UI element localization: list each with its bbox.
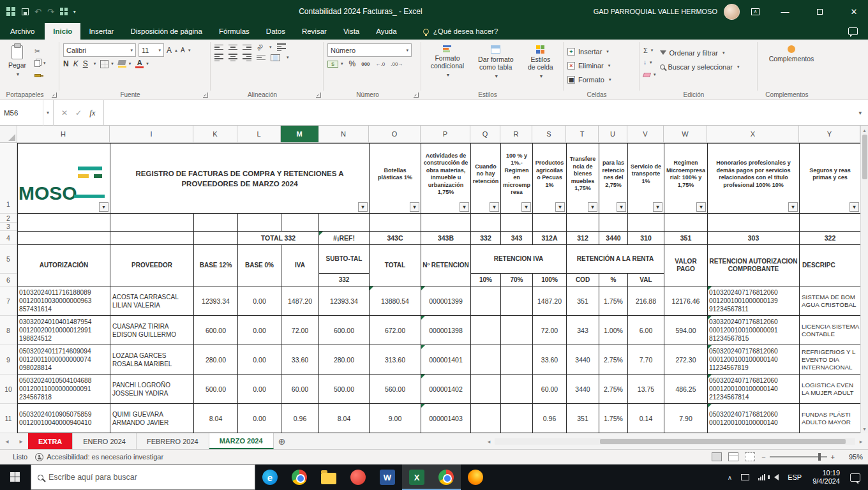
bold-button[interactable]: N xyxy=(63,59,69,68)
horizontal-scroll-track[interactable] xyxy=(495,438,855,445)
cell-S8[interactable]: 72.00 xyxy=(533,316,567,345)
cell-W11[interactable]: 7.90 xyxy=(664,404,708,433)
taskbar-red-app[interactable] xyxy=(343,464,373,490)
normal-view-icon[interactable] xyxy=(712,452,722,461)
taskbar-word[interactable]: W xyxy=(373,464,402,490)
cell-cat-W[interactable]: Regimen Microempresarial: 100% y 1,75%▾ xyxy=(664,144,708,213)
cell-K7[interactable]: 12393.34 xyxy=(194,286,238,315)
cell-K8[interactable]: 600.00 xyxy=(194,316,238,345)
cell-cat-T[interactable]: Transferencia de bienes muebles 1,75%▾ xyxy=(567,144,599,213)
cell-K10[interactable]: 500.00 xyxy=(194,375,238,403)
cell-Q10[interactable] xyxy=(471,375,501,403)
cell-H1[interactable]: MOSO▾ xyxy=(18,144,110,213)
taskbar-search-input[interactable] xyxy=(49,473,248,482)
cell-X10[interactable]: 0503202407176812060000120010010000014021… xyxy=(708,375,800,403)
cell-R2[interactable] xyxy=(501,214,533,223)
cell-L2[interactable] xyxy=(238,214,281,223)
cell-X2[interactable] xyxy=(708,214,800,223)
cell-U2[interactable] xyxy=(599,214,628,223)
column-header-Y[interactable]: Y xyxy=(799,126,860,142)
cell-Q11[interactable] xyxy=(471,404,501,433)
cell-W7[interactable]: 12176.46 xyxy=(664,286,708,315)
cell-styles-button[interactable]: Estilos de celda ▼ xyxy=(522,42,559,89)
cell-Y3[interactable] xyxy=(800,223,861,231)
copy-button[interactable]: ▾ xyxy=(34,58,46,68)
cell-T8[interactable]: 343 xyxy=(567,316,599,345)
autofilter-button[interactable]: ▾ xyxy=(358,202,368,212)
cell-N2[interactable] xyxy=(319,214,370,223)
column-header-P[interactable]: P xyxy=(421,126,470,142)
autofilter-button[interactable]: ▾ xyxy=(555,202,565,212)
header-total[interactable]: TOTAL xyxy=(370,245,421,286)
autofilter-button[interactable]: ▾ xyxy=(788,202,798,212)
number-format-combo[interactable]: Número▾ xyxy=(327,43,412,57)
cell-S11[interactable]: 0.96 xyxy=(533,404,567,433)
scroll-down-icon[interactable]: ▼ xyxy=(861,424,868,433)
row-header-11[interactable]: 11 xyxy=(0,404,17,433)
header-base0[interactable]: BASE 0% xyxy=(238,245,281,286)
cell-M2[interactable] xyxy=(281,214,319,223)
zoom-slider[interactable] xyxy=(770,456,827,457)
cell-S2[interactable] xyxy=(533,214,567,223)
autofilter-button[interactable]: ▾ xyxy=(410,202,419,212)
cell-O9[interactable]: 313.60 xyxy=(370,345,421,374)
sort-filter-button[interactable]: Ordenar y filtrar▾ xyxy=(660,47,740,59)
sheet-nav-right-icon[interactable]: ▸ xyxy=(14,433,28,449)
cell-P3[interactable] xyxy=(421,223,471,231)
taskbar-chrome-2[interactable] xyxy=(431,464,461,490)
row-header-1[interactable]: 1 xyxy=(0,143,17,214)
zoom-out-icon[interactable]: − xyxy=(761,453,765,461)
column-header-M[interactable]: M xyxy=(281,126,318,142)
cell-P2[interactable] xyxy=(421,214,471,223)
column-header-H[interactable]: H xyxy=(17,126,110,142)
autofilter-button[interactable]: ▾ xyxy=(490,202,499,212)
cell-R7[interactable] xyxy=(501,286,533,315)
align-right-icon[interactable] xyxy=(243,54,251,61)
column-header-L[interactable]: L xyxy=(237,126,281,142)
align-bottom-icon[interactable] xyxy=(243,45,251,50)
sheet-tab-extra[interactable]: EXTRA xyxy=(28,433,73,449)
excel-app-icon[interactable] xyxy=(6,7,16,17)
scroll-right-icon[interactable]: ▸ xyxy=(857,438,865,445)
header-base12[interactable]: BASE 12% xyxy=(194,245,238,286)
decrease-decimal-button[interactable]: .00→ xyxy=(391,61,403,67)
formula-input[interactable] xyxy=(104,100,853,125)
header-descripcion[interactable]: DESCRIPC xyxy=(800,245,861,286)
account-name[interactable]: GAD PARROQUIAL VALLE HERMOSO xyxy=(594,8,717,15)
align-center-icon[interactable] xyxy=(228,54,237,61)
cell-T11[interactable]: 351 xyxy=(567,404,599,433)
cell-code-W[interactable]: 351 xyxy=(664,232,708,244)
taskbar-file-explorer[interactable] xyxy=(314,464,343,490)
header-iva-100%[interactable]: 100% xyxy=(533,274,567,286)
row-header-9[interactable]: 9 xyxy=(0,345,17,375)
header-valor-pago[interactable]: VALOR PAGO xyxy=(664,245,708,286)
cell-Y10[interactable]: LOGISTICA EVENLA MUJER ADULT xyxy=(800,375,861,403)
autofilter-button[interactable]: ▾ xyxy=(521,202,531,212)
merge-center-icon[interactable] xyxy=(271,54,280,61)
cell-V8[interactable]: 6.00 xyxy=(628,316,664,345)
font-name-combo[interactable]: Calibri▾ xyxy=(63,43,136,57)
sheet-tab-enero-2024[interactable]: ENERO 2024 xyxy=(73,433,137,449)
cell-N9[interactable]: 280.00 xyxy=(319,345,370,374)
column-header-K[interactable]: K xyxy=(193,126,237,142)
decrease-indent-icon[interactable] xyxy=(257,55,266,61)
cell-H9[interactable]: 0503202401171460909400120011000000000074… xyxy=(18,345,110,374)
cell-L3[interactable] xyxy=(238,223,281,231)
row-header-8[interactable]: 8 xyxy=(0,316,17,345)
cell-O8[interactable]: 672.00 xyxy=(370,316,421,345)
cell-L8[interactable]: 0.00 xyxy=(238,316,281,345)
tab-disposicion[interactable]: Disposición de página xyxy=(122,23,211,40)
autofilter-button[interactable]: ▾ xyxy=(653,202,662,212)
delete-cells-button[interactable]: ×Eliminar▾ xyxy=(567,59,611,72)
cell-cat-O[interactable]: Botellas plásticas 1%▾ xyxy=(370,144,421,213)
cell-R10[interactable] xyxy=(501,375,533,403)
cell-M7[interactable]: 1487.20 xyxy=(281,286,319,315)
cell-S3[interactable] xyxy=(533,223,567,231)
column-header-O[interactable]: O xyxy=(369,126,421,142)
cell-I7[interactable]: ACOSTA CARRASCALLILIAN VALERIA xyxy=(110,286,194,315)
cell-H3[interactable] xyxy=(18,223,110,231)
tab-insertar[interactable]: Insertar xyxy=(80,23,122,40)
header-renta-VAL[interactable]: VAL xyxy=(628,274,664,286)
cell-I2[interactable] xyxy=(110,214,194,223)
header-retencion-autorizacion[interactable]: RETENCION AUTORIZACION COMPROBANTE xyxy=(708,245,800,286)
